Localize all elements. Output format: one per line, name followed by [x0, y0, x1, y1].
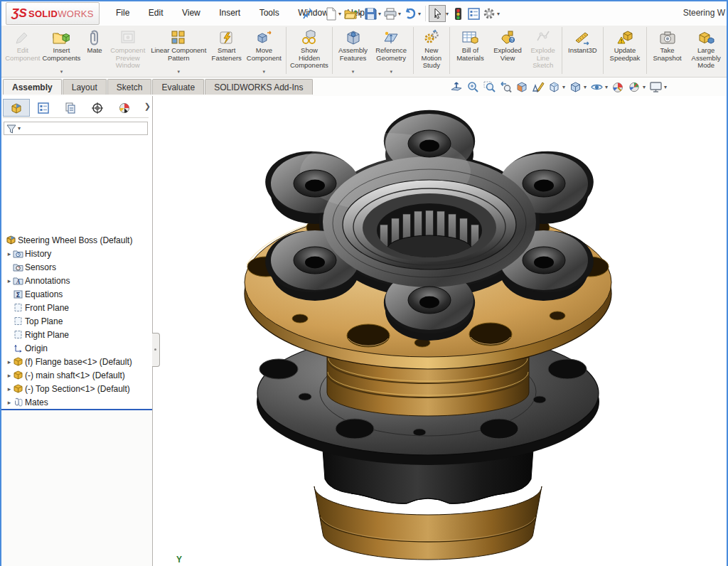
- move-component-button[interactable]: Move Component ▾: [245, 27, 284, 75]
- display-style-icon[interactable]: [567, 79, 584, 95]
- component-preview-window-button[interactable]: Component Preview Window: [107, 27, 149, 75]
- document-properties-button[interactable]: [466, 6, 481, 21]
- graphics-viewport[interactable]: Y: [154, 96, 727, 566]
- new-document-dropdown[interactable]: ▾: [338, 11, 341, 17]
- mate-button[interactable]: Mate: [82, 27, 107, 75]
- open-document-button[interactable]: [343, 6, 358, 21]
- reference-geometry-dropdown[interactable]: ▾: [390, 68, 392, 76]
- apply-scene-icon[interactable]: [626, 79, 643, 95]
- tree-item-right-plane[interactable]: Right Plane: [13, 328, 69, 341]
- undo-dropdown[interactable]: ▾: [418, 11, 421, 17]
- tree-item-annotations[interactable]: ▸ A Annotations: [6, 274, 70, 287]
- panel-splitter-handle[interactable]: [152, 333, 160, 367]
- previous-view-icon[interactable]: [497, 79, 513, 95]
- section-view-icon[interactable]: [513, 79, 530, 95]
- tree-item-sensors[interactable]: Sensors: [13, 260, 56, 274]
- move-component-dropdown[interactable]: ▾: [263, 68, 266, 76]
- featuremanager-tree-tab[interactable]: [3, 99, 30, 117]
- explode-line-sketch-button[interactable]: Explode Line Sketch: [527, 27, 560, 75]
- display-style-dropdown[interactable]: ▾: [584, 84, 587, 90]
- tree-item-top-plane[interactable]: Top Plane: [13, 314, 63, 328]
- rebuild-traffic-light-button[interactable]: [450, 6, 466, 21]
- save-button[interactable]: [363, 6, 378, 21]
- expand-caret-icon[interactable]: ▸: [6, 358, 13, 365]
- expand-caret-icon[interactable]: ▸: [6, 250, 13, 257]
- exploded-view-button[interactable]: Exploded View: [488, 27, 527, 75]
- tree-item-root[interactable]: Steering Wheel Boss (Default): [6, 233, 132, 247]
- open-document-dropdown[interactable]: ▾: [358, 11, 361, 17]
- configurationmanager-tab[interactable]: [57, 99, 84, 117]
- pin-menu-icon[interactable]: [303, 6, 314, 19]
- tab-layout[interactable]: Layout: [63, 79, 107, 95]
- tab-sketch[interactable]: Sketch: [107, 79, 152, 95]
- tab-evaluate[interactable]: Evaluate: [152, 79, 204, 95]
- reference-geometry-button[interactable]: Reference Geometry ▾: [371, 27, 411, 75]
- dimxpertmanager-tab[interactable]: [84, 99, 111, 117]
- displaymanager-tab[interactable]: [111, 99, 138, 117]
- expand-caret-icon[interactable]: ▸: [6, 385, 13, 393]
- view-settings-icon[interactable]: [648, 79, 664, 95]
- expand-caret-icon[interactable]: ▸: [6, 399, 13, 406]
- tree-item-main-shaft[interactable]: ▸ (-) main shaft<1> (Default): [6, 368, 125, 382]
- view-settings-dropdown[interactable]: ▾: [664, 84, 667, 90]
- tree-item-top-section[interactable]: ▸ (-) Top Section<1> (Default): [6, 382, 130, 395]
- filter-dropdown[interactable]: ▾: [18, 125, 21, 132]
- tree-item-flange-base[interactable]: ▸ (f) Flange base<1> (Default): [6, 355, 132, 368]
- undo-button[interactable]: [402, 6, 418, 21]
- insert-components-dropdown[interactable]: ▾: [60, 68, 63, 76]
- view-orientation-cube-icon[interactable]: [546, 79, 562, 95]
- new-motion-study-button[interactable]: New Motion Study: [416, 27, 447, 75]
- tab-solidworks-add-ins[interactable]: SOLIDWORKS Add-Ins: [205, 79, 312, 95]
- hide-show-items-dropdown[interactable]: ▾: [605, 84, 608, 90]
- options-dropdown[interactable]: ▾: [497, 11, 500, 17]
- expand-caret-icon[interactable]: ▸: [6, 277, 13, 284]
- hide-show-items-icon[interactable]: [589, 79, 605, 95]
- smart-fasteners-button[interactable]: Smart Fasteners: [209, 27, 245, 75]
- bill-of-materials-button[interactable]: Bill of Materials: [452, 27, 489, 75]
- tree-item-mates[interactable]: ▸ Mates: [6, 395, 48, 409]
- menu-edit[interactable]: Edit: [141, 1, 171, 24]
- insert-components-icon: [53, 29, 70, 46]
- tree-item-history[interactable]: ▸ History: [6, 247, 51, 260]
- menu-tools[interactable]: Tools: [252, 1, 287, 24]
- tree-item-origin[interactable]: Origin: [13, 341, 48, 355]
- select-cursor-button[interactable]: [429, 5, 446, 22]
- tree-item-equations[interactable]: Σ Equations: [13, 287, 63, 301]
- large-assembly-mode-button[interactable]: Large Assembly Mode: [685, 27, 727, 75]
- linear-component-pattern-dropdown[interactable]: ▾: [177, 68, 180, 76]
- take-snapshot-button[interactable]: Take Snapshot: [649, 27, 686, 75]
- update-speedpak-button[interactable]: Update Speedpak: [606, 27, 644, 75]
- new-document-button[interactable]: [323, 6, 338, 21]
- tree-item-front-plane[interactable]: Front Plane: [13, 301, 69, 314]
- view-orientation-dropdown[interactable]: ▾: [562, 84, 565, 90]
- zoom-to-fit-icon[interactable]: [464, 79, 481, 95]
- options-gear-button[interactable]: [481, 6, 497, 21]
- panel-expand-chevron[interactable]: ❯: [144, 102, 151, 111]
- edit-appearance-icon[interactable]: [610, 79, 626, 95]
- command-tabs: AssemblyLayoutSketchEvaluateSOLIDWORKS A…: [3, 79, 314, 95]
- print-dropdown[interactable]: ▾: [398, 11, 401, 17]
- tree-filter-input[interactable]: ▾: [4, 122, 148, 135]
- print-button[interactable]: [382, 6, 398, 21]
- tab-assembly[interactable]: Assembly: [3, 79, 62, 95]
- expand-caret-icon[interactable]: ▸: [6, 372, 13, 379]
- linear-component-pattern-button[interactable]: Linear Component Pattern ▾: [149, 27, 209, 75]
- menu-view[interactable]: View: [174, 1, 208, 24]
- zoom-to-area-icon[interactable]: [481, 79, 497, 95]
- feature-manager-panel: ❯ ▾ Steering Wheel Boss (Default) ▸ Hist…: [1, 96, 153, 566]
- menu-insert[interactable]: Insert: [211, 1, 248, 24]
- view-orientation-arrow-icon[interactable]: [448, 79, 464, 95]
- edit-component-button[interactable]: Edit Component: [4, 27, 41, 75]
- instant3d-button[interactable]: Instant3D: [564, 27, 601, 75]
- assembly-features-button[interactable]: Assembly Features ▾: [335, 27, 372, 75]
- solidworks-logo[interactable]: ƷS SOLIDWORKS: [6, 2, 100, 25]
- select-dropdown[interactable]: ▾: [446, 11, 449, 17]
- annotation-views-icon[interactable]: [530, 79, 546, 95]
- show-hidden-components-button[interactable]: Show Hidden Components: [289, 27, 330, 75]
- save-dropdown[interactable]: ▾: [378, 11, 381, 17]
- apply-scene-dropdown[interactable]: ▾: [643, 84, 646, 90]
- assembly-features-dropdown[interactable]: ▾: [352, 68, 355, 76]
- menu-file[interactable]: File: [108, 1, 137, 24]
- insert-components-button[interactable]: Insert Components ▾: [41, 27, 82, 75]
- propertymanager-tab[interactable]: [30, 99, 57, 117]
